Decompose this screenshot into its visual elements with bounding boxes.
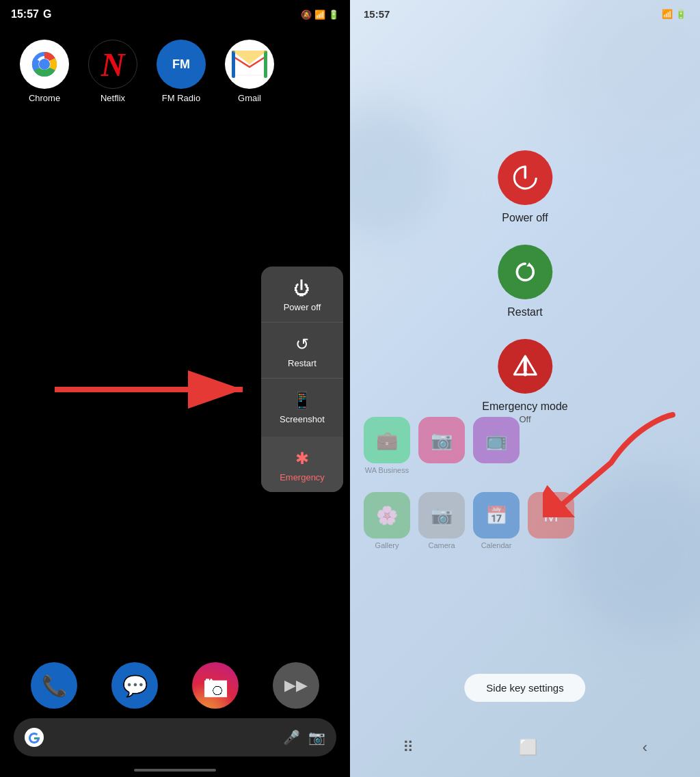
bg-circle-1 (550, 0, 700, 171)
samsung-poweroff-item[interactable]: Power off (498, 150, 552, 224)
google-g-icon (25, 728, 44, 747)
restart-item[interactable]: ↺ Restart (261, 323, 343, 379)
right-time: 15:57 (364, 8, 390, 20)
home-nav-icon[interactable]: ⬜ (519, 739, 537, 756)
emergency-icon (511, 353, 539, 380)
poweroff-icon (511, 164, 539, 191)
netflix-icon: N (101, 46, 125, 83)
svg-point-4 (39, 59, 50, 70)
netflix-app[interactable]: N Netflix (82, 40, 144, 103)
gmail-icon (232, 51, 267, 78)
screenshot-item[interactable]: 📱 Screenshot (261, 379, 343, 434)
samsung-restart-label: Restart (507, 306, 543, 318)
emergency-icon: ✱ (295, 449, 309, 468)
power-menu: ⏻ Power off ↺ Restart 📱 Screenshot ✱ Eme… (261, 267, 343, 492)
home-indicator (134, 769, 216, 772)
screenshot-label: Screenshot (280, 414, 325, 424)
samsung-restart-item[interactable]: Restart (498, 245, 552, 318)
right-status-icons: 📶 🔋 (662, 9, 686, 19)
restart-icon (511, 258, 539, 286)
search-bar[interactable]: 🎤 📷 (14, 718, 336, 756)
mic-icon[interactable]: 🎤 (283, 729, 300, 746)
messages-dock-icon[interactable]: 💬 (111, 662, 158, 709)
bg-app-row-1: 💼 WA Business 📷 📺 (364, 417, 520, 474)
restart-icon: ↺ (295, 335, 309, 354)
svg-marker-13 (526, 262, 532, 267)
red-arrow-left (41, 362, 260, 417)
gmail-app[interactable]: Gmail (219, 40, 280, 103)
phone-dock-icon[interactable]: 📞 (31, 662, 77, 709)
gallery-bg-icon: 🌸 (364, 492, 410, 539)
camera-bg-icon: 📷 (418, 417, 465, 463)
samsung-emergency-btn[interactable] (498, 339, 552, 394)
back-nav-icon[interactable]: ‹ (643, 739, 647, 756)
emergency-item[interactable]: ✱ Emergency (261, 437, 343, 492)
fm-icon: FM (172, 57, 190, 72)
dock: 📞 💬 📷 ▶▶ (0, 662, 350, 709)
samsung-emergency-label: Emergency mode (482, 400, 567, 413)
app-grid: Chrome N Netflix FM FM Radio (0, 26, 350, 117)
bg-app-row-2: 🌸 Gallery 📷 Camera 📅 Calendar M (364, 492, 574, 549)
side-key-settings-label: Side key settings (486, 682, 563, 694)
samsung-poweroff-label: Power off (502, 212, 548, 224)
svg-rect-8 (264, 51, 267, 78)
screenshot-icon: 📱 (292, 391, 312, 410)
chrome-label: Chrome (29, 93, 60, 103)
cal-bg-icon: 📅 (473, 492, 520, 539)
restart-label: Restart (288, 358, 317, 368)
samsung-power-menu: Power off Restart Emergency mode Off (482, 150, 567, 424)
power-off-item[interactable]: ⏻ Power off (261, 267, 343, 323)
bg-circle-3 (563, 469, 700, 640)
lens-icon[interactable]: 📷 (308, 729, 325, 746)
gmail-label: Gmail (238, 93, 261, 103)
bg-circle-2 (350, 103, 446, 239)
samsung-emergency-item[interactable]: Emergency mode Off (482, 339, 567, 424)
side-key-settings-btn[interactable]: Side key settings (464, 674, 585, 702)
gmail-bg-icon: M (528, 492, 574, 539)
right-status-bar: 15:57 📶 🔋 (350, 0, 700, 25)
signal-icon: 📶 (314, 10, 325, 20)
instagram-dock-icon[interactable]: 📷 (192, 662, 239, 709)
cam-bg-icon: 📷 (418, 492, 465, 539)
samsung-emergency-sublabel: Off (519, 414, 530, 424)
bottom-nav: ⠿ ⬜ ‹ (350, 739, 700, 756)
power-off-icon: ⏻ (294, 279, 310, 298)
chrome-app[interactable]: Chrome (14, 40, 75, 103)
recents-nav-icon[interactable]: ⠿ (403, 739, 414, 756)
silent-icon: 🔕 (301, 10, 312, 20)
time-display: 15:57 (11, 8, 39, 21)
emergency-label: Emergency (280, 472, 325, 482)
g-icon: G (43, 8, 51, 21)
netflix-label: Netflix (100, 93, 125, 103)
arrow-indicator (41, 362, 260, 417)
chrome-icon (24, 44, 65, 85)
fm-label: FM Radio (162, 93, 200, 103)
right-panel: 15:57 📶 🔋 💼 WA Business 📷 📺 🌸 Gallery 📷 … (350, 0, 700, 777)
wa-business-bg-icon: 💼 (364, 417, 410, 463)
svg-rect-7 (232, 51, 235, 78)
battery-icon: 🔋 (328, 10, 339, 20)
samsung-poweroff-btn[interactable] (498, 150, 552, 205)
status-bar: 15:57 G 🔕 📶 🔋 (0, 0, 350, 26)
samsung-restart-btn[interactable] (498, 245, 552, 299)
fm-radio-app[interactable]: FM FM Radio (150, 40, 212, 103)
left-panel: 15:57 G 🔕 📶 🔋 (0, 0, 350, 777)
power-off-label: Power off (284, 302, 321, 312)
assistant-dock-icon[interactable]: ▶▶ (273, 662, 319, 709)
